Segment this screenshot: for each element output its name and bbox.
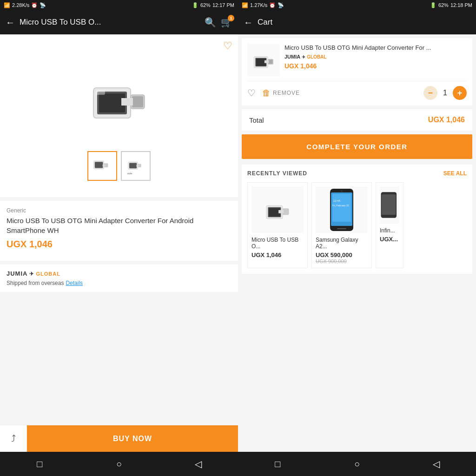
seller-box: JUMIA ✈ GLOBAL Shipped from overseas Det… xyxy=(0,264,238,292)
cart-item-title: Micro USB To USB OTG Mini Adapter Conver… xyxy=(284,44,467,52)
svg-rect-20 xyxy=(269,60,273,64)
share-button[interactable]: ⤴ xyxy=(0,425,27,452)
svg-rect-2 xyxy=(99,93,125,112)
quantity-value: 1 xyxy=(443,89,447,97)
svg-rect-18 xyxy=(256,59,266,66)
time-right: 12:18 PM xyxy=(450,2,472,8)
svg-rect-4 xyxy=(132,96,143,107)
svg-rect-26 xyxy=(278,210,284,213)
home-button-right[interactable]: ○ xyxy=(345,452,369,476)
speed-indicator: 2.28K/s xyxy=(12,2,29,8)
rv-item-2-image: 12:45 Fri, February 22 xyxy=(316,186,368,233)
product-thumbnails: side xyxy=(87,151,151,181)
svg-rect-29 xyxy=(332,194,351,222)
back-nav-button-left[interactable]: ◁ xyxy=(187,452,210,476)
recent-apps-button-right[interactable]: □ xyxy=(266,452,289,476)
back-icon: ← xyxy=(6,17,15,27)
back-icon-right: ← xyxy=(244,17,253,27)
search-button[interactable]: 🔍 xyxy=(205,17,216,28)
rv-item-3-svg xyxy=(380,189,399,221)
see-all-link[interactable]: SEE ALL xyxy=(443,170,467,177)
jumia-logo: JUMIA ✈ GLOBAL xyxy=(7,270,231,277)
rv-item-2-price: UGX 590,000 xyxy=(316,251,368,258)
time-left: 12:17 PM xyxy=(212,2,234,8)
heart-icon: ♡ xyxy=(223,40,232,52)
back-button-left[interactable]: ← xyxy=(6,17,15,28)
cart-plane-icon: ✈ xyxy=(302,54,305,60)
rv-item-2-svg: 12:45 Fri, February 22 xyxy=(328,188,356,232)
status-bar-right-info: 🔋 62% 12:17 PM xyxy=(192,2,234,8)
rv-item-1-image xyxy=(251,186,304,233)
minus-icon: − xyxy=(428,88,433,98)
recently-viewed-section: RECENTLY VIEWED SEE ALL Mi xyxy=(242,165,472,274)
right-panel: 📶 1.27K/s ⏰ 📡 🔋 62% 12:18 PM ← Cart xyxy=(238,0,476,476)
buy-now-button[interactable]: BUY NOW xyxy=(27,425,238,452)
recent-apps-button-left[interactable]: □ xyxy=(28,452,51,476)
quantity-decrease-button[interactable]: − xyxy=(423,86,437,100)
svg-rect-12 xyxy=(129,163,137,168)
svg-rect-6 xyxy=(96,90,105,95)
back-button-right[interactable]: ← xyxy=(244,17,253,28)
remove-button[interactable]: 🗑 REMOVE xyxy=(262,88,300,98)
nav-bar-left: □ ○ ◁ xyxy=(0,452,238,476)
product-title: Micro USB To USB OTG Mini Adapter Conver… xyxy=(7,216,231,235)
nav-bar-right: □ ○ ◁ xyxy=(238,452,476,476)
square-icon-left: □ xyxy=(37,459,42,469)
cart-item-seller: JUMIA ✈ GLOBAL xyxy=(284,54,467,60)
bottom-bar-left: ⤴ BUY NOW xyxy=(0,425,238,452)
svg-rect-14 xyxy=(136,165,139,167)
page-title-right: Cart xyxy=(258,18,470,27)
status-bar-right-left: 📶 1.27K/s ⏰ 📡 xyxy=(242,2,284,8)
rv-item-2[interactable]: 12:45 Fri, February 22 Samsung Galaxy A2… xyxy=(311,182,372,268)
product-image-area: ♡ xyxy=(0,34,238,197)
jumia-brand-text: JUMIA xyxy=(7,270,27,277)
cart-wishlist-button[interactable]: ♡ xyxy=(247,87,256,99)
circle-icon-right: ○ xyxy=(354,459,360,469)
plane-icon: ✈ xyxy=(29,271,34,277)
product-main-image xyxy=(73,51,165,144)
rv-item-3-title: Infin... xyxy=(380,227,399,234)
thumbnail-1-image xyxy=(92,156,112,176)
thumbnail-1[interactable] xyxy=(87,151,117,181)
cart-item-info: Micro USB To USB OTG Mini Adapter Conver… xyxy=(284,44,467,76)
svg-rect-10 xyxy=(103,165,106,166)
details-link[interactable]: Details xyxy=(66,280,83,286)
total-amount: UGX 1,046 xyxy=(428,116,465,124)
back-nav-button-right[interactable]: ◁ xyxy=(425,452,448,476)
jumia-global-text: GLOBAL xyxy=(36,271,60,277)
cart-button[interactable]: 🛒 1 xyxy=(221,17,232,28)
cart-badge: 1 xyxy=(228,15,234,21)
rv-item-3-price: UGX... xyxy=(380,236,399,243)
cart-item-actions: ♡ 🗑 REMOVE − 1 + xyxy=(247,81,467,100)
page-title-left: Micro USB To USB O... xyxy=(20,18,200,27)
wishlist-button[interactable]: ♡ xyxy=(223,40,232,52)
square-icon-right: □ xyxy=(275,459,280,469)
rv-item-1-title: Micro USB To USB O... xyxy=(251,237,304,250)
shipped-row: Shipped from overseas Details xyxy=(7,280,231,286)
battery-level: 62% xyxy=(200,2,211,8)
svg-rect-33 xyxy=(337,228,346,229)
back-nav-icon-left: ◁ xyxy=(195,458,202,469)
product-image-svg xyxy=(82,60,156,134)
app-bar-right: ← Cart xyxy=(238,10,476,34)
complete-order-button[interactable]: COMPLETE YOUR ORDER xyxy=(242,134,472,159)
cart-seller-name: JUMIA xyxy=(284,54,300,60)
quantity-increase-button[interactable]: + xyxy=(453,86,467,100)
rv-item-1[interactable]: Micro USB To USB O... UGX 1,046 xyxy=(247,182,308,268)
home-button-left[interactable]: ○ xyxy=(107,452,131,476)
recently-viewed-title: RECENTLY VIEWED xyxy=(247,170,307,177)
back-nav-icon-right: ◁ xyxy=(433,458,440,469)
product-price: UGX 1,046 xyxy=(7,239,231,250)
battery-icon-right: 🔋 xyxy=(430,2,436,8)
network-icon: 📶 xyxy=(4,2,10,8)
product-details: Generic Micro USB To USB OTG Mini Adapte… xyxy=(0,201,238,261)
cart-content: Micro USB To USB OTG Mini Adapter Conver… xyxy=(238,34,476,452)
thumbnail-2[interactable]: side xyxy=(121,151,151,181)
rv-item-3[interactable]: Infin... UGX... xyxy=(376,182,403,268)
alarm-icon: ⏰ xyxy=(31,2,38,8)
signal-icon: 📡 xyxy=(40,2,46,8)
svg-point-32 xyxy=(341,190,343,192)
remove-label: REMOVE xyxy=(273,90,300,96)
status-bar-left-info: 📶 2.28K/s ⏰ 📡 xyxy=(4,2,46,8)
svg-rect-24 xyxy=(269,208,280,217)
